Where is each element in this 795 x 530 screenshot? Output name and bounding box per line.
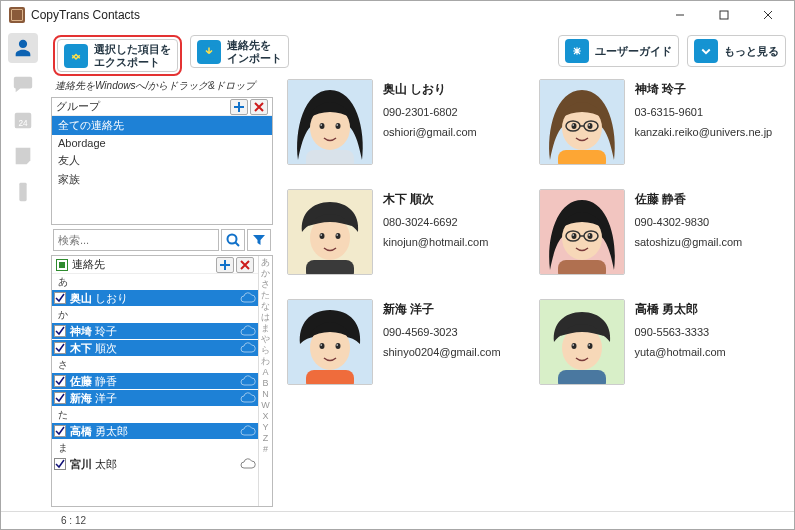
status-count: 6 : 12 bbox=[61, 515, 86, 526]
contact-name-label: 佐藤 静香 bbox=[70, 374, 117, 389]
contact-checkbox[interactable] bbox=[54, 392, 66, 404]
status-bar: 6 : 12 bbox=[1, 511, 794, 529]
svg-rect-28 bbox=[558, 150, 606, 164]
group-item[interactable]: Abordage bbox=[52, 135, 272, 151]
contact-checkbox[interactable] bbox=[54, 425, 66, 437]
group-add-button[interactable] bbox=[230, 99, 248, 115]
contact-card[interactable]: 奥山 しおり090-2301-6802oshiori@gmail.com bbox=[287, 79, 523, 165]
contact-add-button[interactable] bbox=[216, 257, 234, 273]
contacts-section-heading: か bbox=[52, 307, 258, 323]
contact-email: kinojun@hotmail.com bbox=[383, 236, 488, 248]
contact-delete-button[interactable] bbox=[236, 257, 254, 273]
user-guide-button[interactable]: ユーザーガイド bbox=[558, 35, 679, 67]
title-bar: CopyTrans Contacts bbox=[1, 1, 794, 29]
contact-name: 新海 洋子 bbox=[383, 301, 501, 318]
avatar bbox=[287, 79, 373, 165]
svg-point-21 bbox=[571, 123, 576, 129]
contact-checkbox[interactable] bbox=[54, 342, 66, 354]
contact-row[interactable]: 高橋 勇太郎 bbox=[52, 423, 258, 440]
svg-point-48 bbox=[320, 343, 325, 349]
contact-checkbox[interactable] bbox=[54, 325, 66, 337]
contact-phone: 080-3024-6692 bbox=[383, 216, 488, 228]
contact-checkbox[interactable] bbox=[54, 375, 66, 387]
contact-email: oshiori@gmail.com bbox=[383, 126, 477, 138]
contact-name-label: 奥山 しおり bbox=[70, 291, 128, 306]
kana-index[interactable]: あかさたなはまやらわABNWXYZ# bbox=[258, 256, 272, 506]
contact-row[interactable]: 神埼 玲子 bbox=[52, 323, 258, 340]
search-input[interactable] bbox=[53, 229, 219, 251]
contact-phone: 090-4302-9830 bbox=[635, 216, 743, 228]
window-close-button[interactable] bbox=[746, 1, 790, 29]
import-contacts-button[interactable]: 連絡先を インポート bbox=[190, 35, 289, 68]
group-item[interactable]: 家族 bbox=[52, 170, 272, 189]
contact-card[interactable]: 新海 洋子090-4569-3023shinyo0204@gmail.com bbox=[287, 299, 523, 385]
contact-email: kanzaki.reiko@univers.ne.jp bbox=[635, 126, 773, 138]
rail-calendar[interactable]: 24 bbox=[8, 105, 38, 135]
export-selected-button[interactable]: 選択した項目を エクスポート bbox=[57, 39, 178, 72]
rail-contacts[interactable] bbox=[8, 33, 38, 63]
contact-info: 木下 順次080-3024-6692kinojun@hotmail.com bbox=[383, 189, 488, 275]
contact-checkbox[interactable] bbox=[54, 292, 66, 304]
contact-card[interactable]: 高橋 勇太郎090-5563-3333yuta@hotmail.com bbox=[539, 299, 775, 385]
select-all-checkbox[interactable] bbox=[56, 259, 68, 271]
svg-point-56 bbox=[587, 343, 592, 349]
cloud-icon bbox=[240, 342, 256, 354]
contact-row[interactable]: 宮川 太郎 bbox=[52, 456, 258, 473]
avatar bbox=[539, 299, 625, 385]
svg-point-22 bbox=[587, 123, 592, 129]
cloud-icon bbox=[240, 292, 256, 304]
contact-card[interactable]: 神埼 玲子03-6315-9601kanzaki.reiko@univers.n… bbox=[539, 79, 775, 165]
search-button[interactable] bbox=[221, 229, 245, 251]
contact-name-label: 木下 順次 bbox=[70, 341, 117, 356]
filter-button[interactable] bbox=[247, 229, 271, 251]
contact-checkbox[interactable] bbox=[54, 458, 66, 470]
cloud-icon bbox=[240, 458, 256, 470]
svg-rect-45 bbox=[558, 260, 606, 274]
rail-messages[interactable] bbox=[8, 69, 38, 99]
contact-phone: 090-2301-6802 bbox=[383, 106, 477, 118]
contact-card[interactable]: 木下 順次080-3024-6692kinojun@hotmail.com bbox=[287, 189, 523, 275]
cloud-icon bbox=[240, 325, 256, 337]
group-item[interactable]: 友人 bbox=[52, 151, 272, 170]
group-delete-button[interactable] bbox=[250, 99, 268, 115]
rail-device[interactable] bbox=[8, 177, 38, 207]
svg-point-38 bbox=[571, 233, 576, 239]
contact-row[interactable]: 奥山 しおり bbox=[52, 290, 258, 307]
svg-point-33 bbox=[320, 234, 322, 236]
svg-point-15 bbox=[336, 123, 341, 129]
contacts-header-label: 連絡先 bbox=[72, 257, 105, 272]
svg-point-34 bbox=[336, 234, 338, 236]
contact-email: shinyo0204@gmail.com bbox=[383, 346, 501, 358]
contact-name: 佐藤 静香 bbox=[635, 191, 743, 208]
import-icon bbox=[197, 40, 221, 64]
svg-rect-59 bbox=[558, 370, 606, 384]
window-minimize-button[interactable] bbox=[658, 1, 702, 29]
contact-row[interactable]: 新海 洋子 bbox=[52, 390, 258, 407]
svg-point-24 bbox=[588, 124, 590, 126]
kana-index-item[interactable]: # bbox=[263, 445, 268, 456]
svg-point-16 bbox=[320, 124, 322, 126]
toolbar: 選択した項目を エクスポート 連絡先を インポート ユーザーガイド bbox=[45, 29, 794, 79]
group-item[interactable]: 全ての連絡先 bbox=[52, 116, 272, 135]
contact-row[interactable]: 佐藤 静香 bbox=[52, 373, 258, 390]
svg-rect-18 bbox=[306, 150, 354, 164]
window-maximize-button[interactable] bbox=[702, 1, 746, 29]
more-label: もっと見る bbox=[724, 45, 779, 58]
contacts-section-heading: た bbox=[52, 407, 258, 423]
groups-header: グループ bbox=[52, 98, 272, 116]
more-button[interactable]: もっと見る bbox=[687, 35, 786, 67]
groups-list[interactable]: 全ての連絡先Abordage友人家族 bbox=[52, 116, 272, 224]
svg-line-11 bbox=[236, 243, 240, 247]
avatar bbox=[539, 79, 625, 165]
contact-card[interactable]: 佐藤 静香090-4302-9830satoshizu@gmail.com bbox=[539, 189, 775, 275]
contact-row[interactable]: 木下 順次 bbox=[52, 340, 258, 357]
contact-name: 木下 順次 bbox=[383, 191, 488, 208]
svg-point-50 bbox=[320, 344, 322, 346]
svg-rect-6 bbox=[69, 49, 83, 63]
contact-name-label: 新海 洋子 bbox=[70, 391, 117, 406]
rail-notes[interactable] bbox=[8, 141, 38, 171]
svg-point-23 bbox=[572, 124, 574, 126]
contact-name-label: 高橋 勇太郎 bbox=[70, 424, 128, 439]
cloud-icon bbox=[240, 375, 256, 387]
contacts-list[interactable]: 連絡先あ奥山 しおりか神埼 玲子木下 順次さ佐藤 静香新海 洋子た高橋 勇太郎ま… bbox=[52, 256, 258, 506]
